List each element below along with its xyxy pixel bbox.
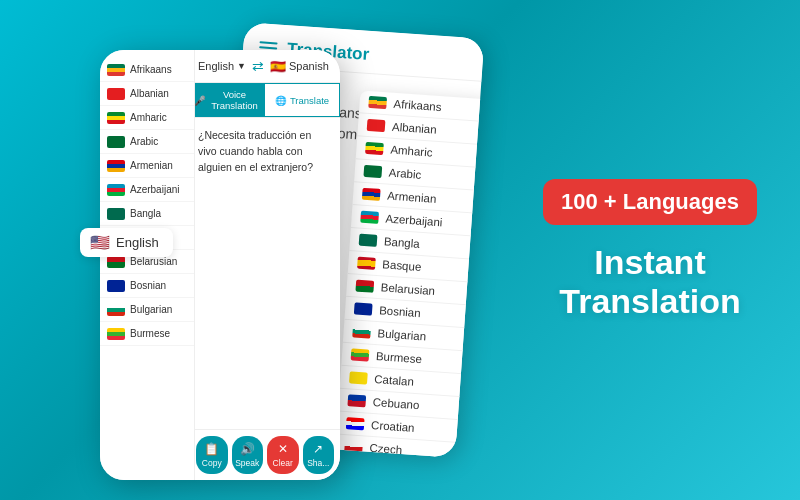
flag-bangla	[107, 208, 125, 220]
flag-burmese	[351, 348, 370, 361]
speaker-icon: 🔊	[240, 442, 255, 456]
flag-czech	[344, 440, 363, 453]
copy-icon: 📋	[204, 442, 219, 456]
translator-ui: English ▼ ⇄ 🇪🇸 Spanish 🎤 Voice Translati…	[190, 50, 340, 480]
list-item[interactable]: Arabic	[100, 130, 194, 154]
flag-amharic	[365, 142, 384, 155]
phone-front: Afrikaans Albanian Amharic Arabic Armeni…	[100, 50, 340, 480]
speak-button[interactable]: 🔊 Speak	[232, 436, 264, 474]
language-list-left: Afrikaans Albanian Amharic Arabic Armeni…	[100, 50, 195, 480]
instant-translation-title: InstantTranslation	[540, 243, 760, 321]
tab-voice-translation[interactable]: 🎤 Voice Translation	[190, 83, 264, 117]
list-item[interactable]: Armenian	[100, 154, 194, 178]
right-panel: 100 + Languages InstantTranslation	[540, 179, 760, 321]
flag-bosnian	[354, 302, 373, 315]
list-item[interactable]: Afrikaans	[100, 58, 194, 82]
list-item[interactable]: Burmese	[100, 322, 194, 346]
flag-cebuano	[347, 394, 366, 407]
flag-croatian	[346, 417, 365, 430]
flag-bosnian	[107, 280, 125, 292]
flag-afrikaans	[368, 96, 387, 109]
translate-icon: 🌐	[275, 95, 287, 106]
clear-icon: ✕	[278, 442, 288, 456]
language-bar: English ▼ ⇄ 🇪🇸 Spanish	[190, 50, 340, 83]
tab-text-translation[interactable]: 🌐 Translate	[264, 83, 340, 117]
flag-burmese	[107, 328, 125, 340]
flag-azerbaijani	[107, 184, 125, 196]
share-button[interactable]: ↗ Sha...	[303, 436, 335, 474]
list-item[interactable]: Albanian	[100, 82, 194, 106]
action-buttons: 📋 Copy 🔊 Speak ✕ Clear ↗ Sha...	[190, 429, 340, 480]
flag-basque	[357, 257, 376, 270]
clear-button[interactable]: ✕ Clear	[267, 436, 299, 474]
flag-azerbaijani	[360, 211, 379, 224]
list-item[interactable]: Bangla	[100, 202, 194, 226]
share-icon: ↗	[313, 442, 323, 456]
flag-bulgarian	[352, 325, 371, 338]
flag-armenian	[107, 160, 125, 172]
flag-catalan	[349, 371, 368, 384]
flag-belarusian	[355, 280, 374, 293]
flag-bulgarian	[107, 304, 125, 316]
languages-count-badge: 100 + Languages	[543, 179, 757, 225]
dropdown-arrow-icon: ▼	[237, 61, 246, 71]
copy-button[interactable]: 📋 Copy	[196, 436, 228, 474]
flag-albanian	[107, 88, 125, 100]
translator-tabs: 🎤 Voice Translation 🌐 Translate	[190, 83, 340, 118]
flag-armenian	[362, 188, 381, 201]
flag-arabic	[363, 165, 382, 178]
source-language-selector[interactable]: English ▼	[198, 60, 246, 72]
english-language-badge: 🇺🇸 English	[80, 228, 173, 257]
translated-text: ¿Necesita traducción en vivo cuando habl…	[190, 118, 340, 429]
list-item[interactable]: Bosnian	[100, 274, 194, 298]
mic-icon: 🎤	[194, 95, 206, 106]
target-language-selector[interactable]: 🇪🇸 Spanish	[270, 59, 329, 74]
flag-afrikaans	[107, 64, 125, 76]
flag-belarusian	[107, 256, 125, 268]
flag-english-badge: 🇺🇸	[90, 233, 110, 252]
list-item[interactable]: Azerbaijani	[100, 178, 194, 202]
target-lang-label: Spanish	[289, 60, 329, 72]
flag-amharic	[107, 112, 125, 124]
list-item[interactable]: Bulgarian	[100, 298, 194, 322]
swap-languages-icon[interactable]: ⇄	[252, 58, 264, 74]
flag-bangla	[359, 234, 378, 247]
flag-albanian	[367, 119, 386, 132]
english-label: English	[116, 235, 159, 250]
flag-arabic	[107, 136, 125, 148]
list-item[interactable]: Amharic	[100, 106, 194, 130]
source-lang-label: English	[198, 60, 234, 72]
